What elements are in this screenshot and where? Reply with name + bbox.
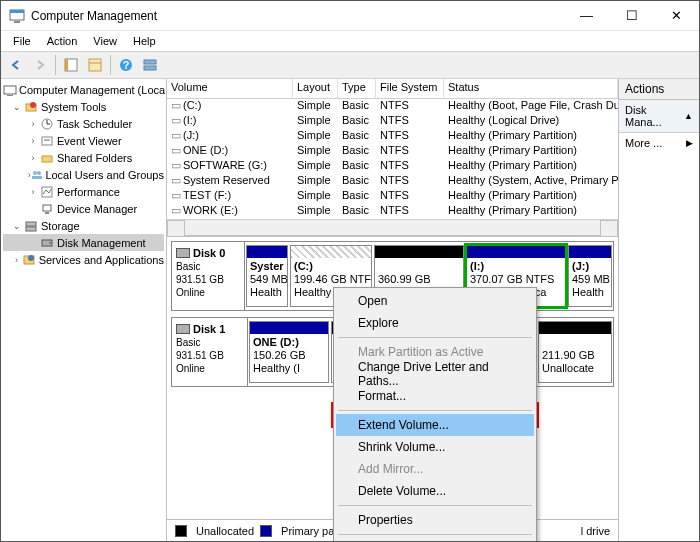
columns-button[interactable] [84,54,106,76]
svg-rect-24 [45,212,49,214]
ctx-add-mirror: Add Mirror... [336,458,534,480]
ctx-extend-volume[interactable]: Extend Volume... [336,414,534,436]
col-type[interactable]: Type [338,79,376,98]
svg-rect-4 [65,59,68,71]
tree-device-manager[interactable]: Device Manager [3,200,164,217]
titlebar: Computer Management — ☐ ✕ [1,1,699,31]
actions-header: Actions [619,79,699,100]
tree-storage[interactable]: ⌄Storage [3,217,164,234]
svg-rect-18 [42,156,52,162]
svg-rect-5 [89,59,101,71]
partition[interactable]: Syster549 MBHealth [246,245,288,307]
tree-task-scheduler[interactable]: ›Task Scheduler [3,115,164,132]
actions-disk-mgmt[interactable]: Disk Mana...▲ [619,100,699,133]
volume-row[interactable]: ▭ONE (D:)SimpleBasicNTFSHealthy (Primary… [167,144,618,159]
menu-view[interactable]: View [85,33,125,49]
disk-info[interactable]: Disk 0Basic931.51 GBOnline [172,242,245,310]
col-layout[interactable]: Layout [293,79,338,98]
tree-local-users[interactable]: ›Local Users and Groups [3,166,164,183]
actions-more[interactable]: More ...▶ [619,133,699,153]
disk-info[interactable]: Disk 1Basic931.51 GBOnline [172,318,248,386]
forward-button[interactable] [29,54,51,76]
menubar: File Action View Help [1,31,699,51]
horizontal-scrollbar[interactable] [167,219,618,235]
actions-pane: Actions Disk Mana...▲ More ...▶ [619,79,699,541]
ctx-properties[interactable]: Properties [336,509,534,531]
close-button[interactable]: ✕ [654,1,699,30]
svg-text:?: ? [123,59,130,71]
col-filesystem[interactable]: File System [376,79,444,98]
tree-performance[interactable]: ›Performance [3,183,164,200]
volume-row[interactable]: ▭SOFTWARE (G:)SimpleBasicNTFSHealthy (Pr… [167,159,618,174]
volume-row[interactable]: ▭(C:)SimpleBasicNTFSHealthy (Boot, Page … [167,99,618,114]
partition[interactable]: 211.90 GBUnallocate [538,321,612,383]
volume-table: Volume Layout Type File System Status ▭(… [167,79,618,237]
app-icon [9,8,25,24]
svg-rect-11 [4,86,16,94]
ctx-shrink-volume[interactable]: Shrink Volume... [336,436,534,458]
maximize-button[interactable]: ☐ [609,1,654,30]
menu-file[interactable]: File [5,33,39,49]
tree-services[interactable]: ›Services and Applications [3,251,164,268]
svg-rect-10 [144,66,156,70]
svg-rect-2 [14,21,20,23]
menu-help[interactable]: Help [125,33,164,49]
tree-event-viewer[interactable]: ›Event Viewer [3,132,164,149]
volume-row[interactable]: ▭(J:)SimpleBasicNTFSHealthy (Primary Par… [167,129,618,144]
ctx-change-letter[interactable]: Change Drive Letter and Paths... [336,363,534,385]
svg-rect-26 [26,227,36,231]
partition[interactable]: ONE (D:)150.26 GBHealthy (I [249,321,329,383]
col-status[interactable]: Status [444,79,618,98]
svg-rect-25 [26,222,36,226]
chevron-right-icon: ▶ [686,138,693,148]
tree-system-tools[interactable]: ⌄ System Tools [3,98,164,115]
back-button[interactable] [5,54,27,76]
ctx-help[interactable]: Help [336,538,534,542]
svg-point-19 [33,171,37,175]
swatch-primary [260,525,272,537]
collapse-icon: ▲ [684,111,693,121]
svg-rect-23 [43,205,51,211]
minimize-button[interactable]: — [564,1,609,30]
help-button[interactable]: ? [115,54,137,76]
toolbar: ? [1,51,699,79]
tree-shared-folders[interactable]: ›Shared Folders [3,149,164,166]
svg-point-28 [49,242,51,244]
svg-rect-9 [144,60,156,64]
ctx-format[interactable]: Format... [336,385,534,407]
svg-point-30 [28,255,34,261]
menu-action[interactable]: Action [39,33,86,49]
svg-point-14 [30,102,36,108]
volume-row[interactable]: ▭(I:)SimpleBasicNTFSHealthy (Logical Dri… [167,114,618,129]
svg-rect-16 [42,137,52,145]
volume-row[interactable]: ▭TEST (F:)SimpleBasicNTFSHealthy (Primar… [167,189,618,204]
settings-button[interactable] [139,54,161,76]
tree-disk-management[interactable]: Disk Management [3,234,164,251]
window-title: Computer Management [31,9,564,23]
context-menu: Open Explore Mark Partition as Active Ch… [333,287,537,542]
svg-rect-21 [32,176,42,179]
svg-point-20 [37,171,41,175]
svg-rect-22 [42,187,52,197]
volume-row[interactable]: ▭System ReservedSimpleBasicNTFSHealthy (… [167,174,618,189]
views-button[interactable] [60,54,82,76]
tree-pane: Computer Management (Local ⌄ System Tool… [1,79,167,541]
swatch-unallocated [175,525,187,537]
svg-rect-12 [7,95,13,96]
partition[interactable]: (J:)459 MBHealth [568,245,612,307]
ctx-open[interactable]: Open [336,290,534,312]
tree-root[interactable]: Computer Management (Local [3,81,164,98]
ctx-delete-volume[interactable]: Delete Volume... [336,480,534,502]
svg-rect-1 [10,10,24,13]
volume-row[interactable]: ▭WORK (E:)SimpleBasicNTFSHealthy (Primar… [167,204,618,219]
ctx-explore[interactable]: Explore [336,312,534,334]
col-volume[interactable]: Volume [167,79,293,98]
